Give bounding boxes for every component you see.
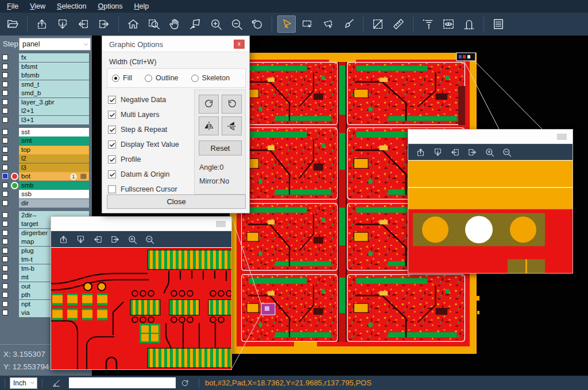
layer-row-l2+1[interactable]: l2+1	[0, 107, 92, 115]
layer-visibility-checkbox[interactable]	[2, 81, 8, 87]
flip-vertical-button[interactable]	[222, 116, 242, 135]
zoom-window-titlebar[interactable]	[51, 217, 231, 231]
radio-fill[interactable]: Fill	[112, 74, 132, 82]
home-icon[interactable]	[124, 15, 142, 33]
layer-row-bot[interactable]: bot1	[0, 172, 92, 181]
reset-button[interactable]: Reset	[199, 141, 242, 155]
layer-visibility-checkbox[interactable]	[2, 274, 8, 280]
menu-selection[interactable]: Selection	[51, 0, 92, 13]
checkbox-datum-origin[interactable]: Datum & Origin	[108, 167, 194, 182]
pan-down-icon[interactable]	[430, 145, 445, 159]
pan-right-icon[interactable]	[465, 145, 479, 159]
step-select[interactable]: panel	[19, 38, 91, 50]
radio-skeleton[interactable]: Skeleton	[191, 74, 230, 82]
rotate-cw-button[interactable]	[199, 95, 219, 114]
pan-hand-icon[interactable]	[165, 15, 184, 33]
open-file-icon[interactable]	[3, 15, 22, 33]
view-options-icon[interactable]	[439, 15, 458, 33]
layer-row-smt[interactable]: smt	[0, 136, 92, 145]
zoom-out-icon[interactable]	[499, 145, 514, 159]
zoom-in-icon[interactable]	[207, 15, 225, 33]
select-polygon-icon[interactable]	[319, 15, 337, 33]
rotate-ccw-button[interactable]	[222, 95, 242, 114]
layer-visibility-checkbox[interactable]	[2, 99, 8, 105]
dialog-close-button[interactable]: x	[234, 40, 245, 49]
checkbox-display-text-value[interactable]: Display Text Value	[108, 137, 194, 152]
snap-icon[interactable]	[460, 15, 478, 33]
layer-visibility-checkbox[interactable]	[2, 72, 8, 78]
zoom-window-icon[interactable]	[145, 15, 163, 33]
dialog-titlebar[interactable]: Graphic Options x	[102, 36, 249, 52]
menu-view[interactable]: View	[24, 0, 51, 13]
layer-visibility-checkbox[interactable]	[2, 221, 8, 227]
layer-row-l3[interactable]: l3	[0, 163, 92, 172]
layer-row-layer_3.gbr[interactable]: layer_3.gbr	[0, 98, 92, 107]
layer-row-l2[interactable]: l2	[0, 154, 92, 163]
layer-visibility-checkbox[interactable]	[2, 108, 8, 114]
pan-left-icon[interactable]	[90, 232, 105, 246]
zoom-out-icon[interactable]	[227, 15, 246, 33]
pan-left-icon[interactable]	[74, 15, 92, 33]
layer-visibility-checkbox[interactable]	[2, 292, 8, 298]
brush-icon[interactable]	[339, 15, 358, 33]
layer-row-bfsmb[interactable]: bfsmb	[0, 71, 92, 80]
close-button[interactable]: Close	[107, 194, 246, 209]
layer-visibility-checkbox[interactable]	[2, 230, 8, 236]
zoom-window-titlebar[interactable]	[408, 130, 572, 144]
layer-visibility-checkbox[interactable]	[2, 266, 8, 271]
layer-visibility-checkbox[interactable]	[2, 138, 8, 143]
zoom-previous-icon[interactable]	[248, 15, 266, 33]
checkbox-profile[interactable]: Profile	[108, 152, 194, 167]
layer-row-ssb[interactable]: ssb	[0, 190, 92, 198]
layer-visibility-checkbox[interactable]	[2, 165, 8, 170]
layer-visibility-checkbox[interactable]	[2, 200, 8, 206]
layer-visibility-checkbox[interactable]	[2, 129, 8, 135]
filter-icon[interactable]	[419, 15, 437, 33]
layer-visibility-checkbox[interactable]	[2, 256, 8, 262]
checkbox-step-repeat[interactable]: Step & Repeat	[108, 122, 194, 137]
flip-horizontal-button[interactable]	[199, 116, 219, 135]
layer-visibility-checkbox[interactable]	[2, 239, 8, 244]
zoom-out-icon[interactable]	[142, 232, 157, 246]
layer-visibility-checkbox[interactable]	[2, 155, 8, 161]
layer-row-bfsmt[interactable]: bfsmt	[0, 63, 92, 71]
unit-select[interactable]: Inch	[10, 377, 37, 389]
select-rectangle-icon[interactable]	[298, 15, 316, 33]
layer-row-l3+1[interactable]: l3+1	[0, 116, 92, 124]
layer-visibility-checkbox[interactable]	[2, 173, 8, 179]
pan-up-icon[interactable]	[413, 145, 428, 159]
pan-right-icon[interactable]	[95, 15, 113, 33]
checkbox-multi-layers[interactable]: Multi Layers	[108, 107, 194, 122]
zoom-in-icon[interactable]	[482, 145, 497, 159]
layer-row-smb[interactable]: smb	[0, 181, 92, 190]
pan-right-icon[interactable]	[107, 232, 122, 246]
pan-down-icon[interactable]	[73, 232, 88, 246]
layer-visibility-checkbox[interactable]	[2, 191, 8, 197]
menu-file[interactable]: File	[1, 0, 24, 13]
select-cursor-icon[interactable]	[277, 15, 296, 33]
layer-visibility-checkbox[interactable]	[2, 283, 8, 289]
layer-visibility-checkbox[interactable]	[2, 248, 8, 253]
menu-options[interactable]: Options	[92, 0, 128, 13]
zoom-polygon-icon[interactable]	[186, 15, 204, 33]
command-input[interactable]	[69, 377, 176, 388]
measure-icon[interactable]	[369, 15, 387, 33]
layer-visibility-checkbox[interactable]	[2, 54, 8, 60]
layer-row-top[interactable]: top	[0, 146, 92, 154]
zoom-in-icon[interactable]	[125, 232, 140, 246]
layer-visibility-checkbox[interactable]	[2, 182, 8, 188]
layer-visibility-checkbox[interactable]	[2, 301, 8, 307]
layer-row-smd_b[interactable]: smd_b	[0, 89, 92, 98]
layer-visibility-checkbox[interactable]	[2, 147, 8, 153]
window-button[interactable]	[216, 221, 226, 227]
ruler-icon[interactable]	[389, 15, 408, 33]
pan-down-icon[interactable]	[53, 15, 72, 33]
pan-up-icon[interactable]	[56, 232, 71, 246]
layer-visibility-checkbox[interactable]	[2, 117, 8, 123]
layer-row-sst[interactable]: sst	[0, 128, 92, 136]
layer-table-icon[interactable]	[489, 15, 508, 33]
layer-row-dir[interactable]: dir	[0, 199, 92, 208]
pan-up-icon[interactable]	[33, 15, 51, 33]
window-button[interactable]	[557, 134, 567, 140]
layer-row-fx[interactable]: fx	[0, 53, 92, 62]
